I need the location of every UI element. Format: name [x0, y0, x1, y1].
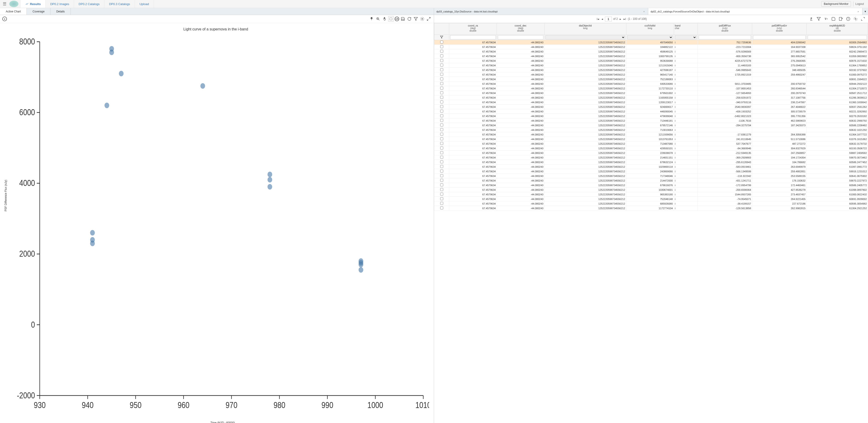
table-row[interactable]: 67.4579634-44.08024312522205987345562129…	[434, 59, 868, 63]
text-icon[interactable]: TT	[823, 16, 829, 22]
popout-icon[interactable]: ▾	[863, 8, 868, 15]
table-row[interactable]: 67.4579634-44.08024312522205987345562126…	[434, 123, 868, 128]
column-header-expMidptMJD[interactable]: expMidptMJD (d) double	[806, 23, 868, 35]
tab-dp02-catalogs[interactable]: DP0.2 Catalogs	[74, 0, 104, 8]
table-row[interactable]: 67.4579634-44.08024312522205987345562124…	[434, 68, 868, 72]
column-header-psfDiffFlux[interactable]: psfDiffFlux (nJy) double	[698, 23, 752, 35]
pan-icon[interactable]	[382, 16, 387, 22]
table-row[interactable]: 67.4579634-44.08024312522205987345562121…	[434, 100, 868, 104]
row-checkbox[interactable]	[440, 40, 443, 43]
table-row[interactable]: 67.4579634-44.08024312522205987345562124…	[434, 109, 868, 114]
zoom-in-icon[interactable]	[375, 16, 381, 22]
column-header-coord_dec[interactable]: coord_dec (deg) double	[497, 23, 544, 35]
logout-button[interactable]: Logout	[853, 1, 866, 6]
filter-input-psfDiffFluxErr[interactable]	[753, 35, 805, 39]
table-row[interactable]: 67.4579634-44.08024312522205987345562121…	[434, 206, 868, 211]
filter-select-ccdVisitId[interactable]	[627, 35, 673, 39]
add-column-icon[interactable]	[838, 16, 844, 22]
filter-input-expMidptMJD[interactable]	[808, 35, 867, 39]
table-row[interactable]: 67.4579634-44.08024312522205987345562122…	[434, 155, 868, 160]
table-row[interactable]: 67.4579634-44.08024312522205987345562129…	[434, 192, 868, 197]
table-row[interactable]: 67.4579634-44.08024312522205987345562122…	[434, 178, 868, 183]
filter-select-band[interactable]	[675, 35, 696, 39]
table-tab-diasource[interactable]: dp03_catalogs_10yr.DiaSource - data-int.…	[434, 8, 648, 15]
column-header-ccdVisitId[interactable]: ccdVisitId long	[626, 23, 674, 35]
filter-input-coord_ra[interactable]	[450, 35, 496, 39]
table-row[interactable]: 67.4579634-44.08024312522205987345562121…	[434, 86, 868, 91]
next-page-icon[interactable]: ▸	[619, 17, 622, 21]
table-filter-icon[interactable]	[816, 16, 822, 22]
table-row[interactable]: 67.4579634-44.08024312522205987345562124…	[434, 146, 868, 151]
table-row[interactable]: 67.4579634-44.08024312522205987345562129…	[434, 72, 868, 77]
filter-select-diaObjectId[interactable]	[546, 35, 625, 39]
table-row[interactable]: 67.4579634-44.08024312522205987345562121…	[434, 132, 868, 137]
row-checkbox[interactable]	[440, 128, 443, 131]
expand-icon[interactable]	[426, 16, 431, 22]
row-checkbox[interactable]	[440, 202, 443, 205]
row-checkbox[interactable]	[440, 110, 443, 113]
table-row[interactable]: 67.4579634-44.08024312522205987345562122…	[434, 151, 868, 155]
table-row[interactable]: 67.4579634-44.08024312522205987345562121…	[434, 45, 868, 49]
table-row[interactable]: 67.4579634-44.08024312522205987345562124…	[434, 114, 868, 118]
microscope-icon[interactable]	[809, 16, 814, 22]
table-settings-icon[interactable]	[853, 16, 858, 22]
row-checkbox[interactable]	[440, 87, 443, 90]
table-row[interactable]: 67.4579634-44.08024312522205987345562126…	[434, 160, 868, 164]
row-checkbox[interactable]	[440, 119, 443, 122]
row-checkbox[interactable]	[440, 96, 443, 99]
save-icon[interactable]	[400, 16, 406, 22]
row-checkbox[interactable]	[440, 91, 443, 94]
table-row[interactable]: 67.4579634-44.08024312522205987345562126…	[434, 201, 868, 206]
filter-row-icon[interactable]	[434, 35, 449, 40]
table-row[interactable]: 67.4579634-44.08024312522205987345562121…	[434, 164, 868, 169]
filter-icon[interactable]	[413, 16, 418, 22]
tab-dp03-catalogs[interactable]: DP0.3 Catalogs	[104, 0, 135, 8]
table-row[interactable]: 67.4579634-44.08024312522205987345562127…	[434, 118, 868, 123]
table-row[interactable]: 67.4579634-44.08024312522205987345562121…	[434, 63, 868, 68]
page-input[interactable]	[605, 17, 612, 22]
close-tab-icon[interactable]: ×	[857, 10, 860, 13]
table-row[interactable]: 67.4579634-44.08024312522205987345562126…	[434, 91, 868, 95]
table-row[interactable]: 67.4579634-44.08024312522205987345562129…	[434, 104, 868, 109]
row-checkbox[interactable]	[440, 192, 443, 195]
row-checkbox[interactable]	[440, 64, 443, 67]
refresh-icon[interactable]	[407, 16, 412, 22]
table-row[interactable]: 67.4579634-44.08024312522205987345562124…	[434, 40, 868, 45]
tab-upload[interactable]: Upload	[135, 0, 154, 8]
row-checkbox[interactable]	[440, 151, 443, 154]
table-row[interactable]: 67.4579634-44.08024312522205987345562121…	[434, 137, 868, 142]
filter-input-psfDiffFlux[interactable]	[699, 35, 751, 39]
row-checkbox[interactable]	[440, 206, 443, 209]
settings-icon[interactable]	[420, 16, 425, 22]
row-checkbox[interactable]	[440, 170, 443, 173]
row-checkbox[interactable]	[440, 82, 443, 85]
close-tab-icon[interactable]: ×	[643, 10, 646, 13]
column-header-coord_ra[interactable]: coord_ra (deg) double	[449, 23, 497, 35]
row-checkbox[interactable]	[440, 160, 443, 163]
table-row[interactable]: 67.4579634-44.08024312522205987345562129…	[434, 82, 868, 86]
column-header-diaObjectId[interactable]: diaObjectId long	[544, 23, 626, 35]
row-checkbox[interactable]	[440, 123, 443, 126]
table-save-icon[interactable]	[831, 16, 836, 22]
table-row[interactable]: 67.4579634-44.08024312522205987345562121…	[434, 95, 868, 100]
table-row[interactable]: 67.4579634-44.08024312522205987345562127…	[434, 197, 868, 201]
add-chart-button[interactable]: +	[2, 17, 7, 21]
row-checkbox[interactable]	[440, 78, 443, 81]
row-checkbox[interactable]	[440, 59, 443, 62]
row-checkbox[interactable]	[440, 73, 443, 76]
background-monitor-button[interactable]: Background Monitor	[821, 1, 851, 7]
table-row[interactable]: 67.4579634-44.08024312522205987345562126…	[434, 183, 868, 187]
table-row[interactable]: 67.4579634-44.08024312522205987345562127…	[434, 77, 868, 82]
row-checkbox[interactable]	[440, 68, 443, 71]
prev-page-icon[interactable]: ◂	[601, 17, 603, 21]
row-checkbox[interactable]	[440, 179, 443, 182]
tab-details[interactable]: Details	[51, 8, 71, 15]
table-row[interactable]: 67.4579634-44.08024312522205987345562127…	[434, 142, 868, 146]
reset-zoom-icon[interactable]: 1X	[395, 17, 399, 21]
last-page-icon[interactable]: ▸I	[623, 17, 627, 21]
info-icon[interactable]	[845, 16, 851, 22]
filter-input-coord_dec[interactable]	[498, 35, 544, 39]
tab-dp02-images[interactable]: DP0.2 Images	[45, 0, 74, 8]
row-checkbox[interactable]	[440, 156, 443, 159]
row-checkbox[interactable]	[440, 188, 443, 191]
